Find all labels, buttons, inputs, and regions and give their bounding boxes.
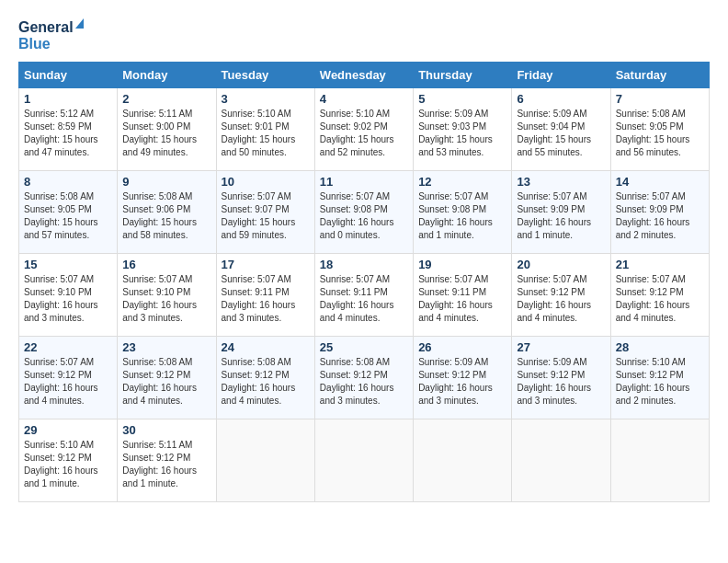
calendar-cell: 20Sunrise: 5:07 AM Sunset: 9:12 PM Dayli… xyxy=(512,254,610,337)
day-number: 3 xyxy=(222,92,310,106)
calendar-cell: 25Sunrise: 5:08 AM Sunset: 9:12 PM Dayli… xyxy=(314,337,413,419)
day-number: 23 xyxy=(122,340,210,354)
calendar-header-saturday: Saturday xyxy=(610,63,709,88)
calendar-week-3: 15Sunrise: 5:07 AM Sunset: 9:10 PM Dayli… xyxy=(19,254,710,337)
calendar-header-row: SundayMondayTuesdayWednesdayThursdayFrid… xyxy=(19,63,710,88)
calendar-header-monday: Monday xyxy=(118,63,216,88)
logo-arrow-icon xyxy=(75,18,84,29)
day-info: Sunrise: 5:08 AM Sunset: 9:12 PM Dayligh… xyxy=(320,356,408,408)
day-info: Sunrise: 5:10 AM Sunset: 9:02 PM Dayligh… xyxy=(320,108,408,159)
day-number: 24 xyxy=(222,340,310,354)
calendar-cell: 11Sunrise: 5:07 AM Sunset: 9:08 PM Dayli… xyxy=(314,171,413,254)
day-number: 7 xyxy=(616,92,704,106)
calendar-cell: 12Sunrise: 5:07 AM Sunset: 9:08 PM Dayli… xyxy=(414,171,512,254)
logo-blue-text: Blue xyxy=(18,36,51,52)
calendar-cell: 6Sunrise: 5:09 AM Sunset: 9:04 PM Daylig… xyxy=(512,88,610,171)
day-info: Sunrise: 5:12 AM Sunset: 8:59 PM Dayligh… xyxy=(24,108,112,159)
day-number: 12 xyxy=(418,175,506,189)
day-number: 26 xyxy=(418,340,506,354)
day-info: Sunrise: 5:08 AM Sunset: 9:12 PM Dayligh… xyxy=(122,356,210,408)
calendar-cell: 29Sunrise: 5:10 AM Sunset: 9:12 PM Dayli… xyxy=(19,419,118,502)
day-info: Sunrise: 5:10 AM Sunset: 9:12 PM Dayligh… xyxy=(616,356,704,408)
day-number: 14 xyxy=(616,175,704,189)
day-number: 18 xyxy=(320,258,408,271)
day-info: Sunrise: 5:07 AM Sunset: 9:08 PM Dayligh… xyxy=(320,190,408,242)
day-number: 2 xyxy=(122,92,210,106)
day-info: Sunrise: 5:07 AM Sunset: 9:07 PM Dayligh… xyxy=(222,190,310,242)
day-number: 22 xyxy=(24,340,112,354)
day-info: Sunrise: 5:07 AM Sunset: 9:11 PM Dayligh… xyxy=(418,273,506,325)
day-info: Sunrise: 5:09 AM Sunset: 9:04 PM Dayligh… xyxy=(517,108,605,159)
day-info: Sunrise: 5:11 AM Sunset: 9:00 PM Dayligh… xyxy=(122,108,210,159)
day-info: Sunrise: 5:10 AM Sunset: 9:12 PM Dayligh… xyxy=(24,439,112,490)
calendar-cell: 5Sunrise: 5:09 AM Sunset: 9:03 PM Daylig… xyxy=(414,88,512,171)
day-number: 8 xyxy=(24,175,112,189)
calendar-cell: 22Sunrise: 5:07 AM Sunset: 9:12 PM Dayli… xyxy=(19,337,118,419)
calendar-cell xyxy=(216,419,314,502)
calendar-cell: 8Sunrise: 5:08 AM Sunset: 9:05 PM Daylig… xyxy=(19,171,118,254)
calendar-header-friday: Friday xyxy=(512,63,610,88)
day-info: Sunrise: 5:07 AM Sunset: 9:10 PM Dayligh… xyxy=(122,273,210,325)
calendar-cell: 24Sunrise: 5:08 AM Sunset: 9:12 PM Dayli… xyxy=(216,337,314,419)
calendar-cell: 9Sunrise: 5:08 AM Sunset: 9:06 PM Daylig… xyxy=(118,171,216,254)
day-number: 10 xyxy=(222,175,310,189)
calendar-cell: 30Sunrise: 5:11 AM Sunset: 9:12 PM Dayli… xyxy=(118,419,216,502)
day-number: 27 xyxy=(517,340,605,354)
day-info: Sunrise: 5:10 AM Sunset: 9:01 PM Dayligh… xyxy=(222,108,310,159)
calendar-cell xyxy=(414,419,512,502)
calendar-cell: 1Sunrise: 5:12 AM Sunset: 8:59 PM Daylig… xyxy=(19,88,118,171)
day-info: Sunrise: 5:07 AM Sunset: 9:12 PM Dayligh… xyxy=(616,273,704,325)
calendar-cell: 7Sunrise: 5:08 AM Sunset: 9:05 PM Daylig… xyxy=(610,88,709,171)
calendar-header-tuesday: Tuesday xyxy=(216,63,314,88)
calendar-header-thursday: Thursday xyxy=(414,63,512,88)
calendar-cell: 28Sunrise: 5:10 AM Sunset: 9:12 PM Dayli… xyxy=(610,337,709,419)
day-number: 9 xyxy=(122,175,210,189)
calendar-cell xyxy=(314,419,413,502)
logo: General Blue xyxy=(18,18,84,52)
day-info: Sunrise: 5:09 AM Sunset: 9:12 PM Dayligh… xyxy=(517,356,605,408)
day-info: Sunrise: 5:07 AM Sunset: 9:11 PM Dayligh… xyxy=(222,273,310,325)
calendar-cell: 23Sunrise: 5:08 AM Sunset: 9:12 PM Dayli… xyxy=(118,337,216,419)
calendar-cell: 19Sunrise: 5:07 AM Sunset: 9:11 PM Dayli… xyxy=(414,254,512,337)
day-info: Sunrise: 5:07 AM Sunset: 9:11 PM Dayligh… xyxy=(320,273,408,325)
calendar-cell: 16Sunrise: 5:07 AM Sunset: 9:10 PM Dayli… xyxy=(118,254,216,337)
calendar-header-sunday: Sunday xyxy=(19,63,118,88)
page-header: General Blue xyxy=(18,18,710,52)
day-number: 19 xyxy=(418,258,506,271)
calendar-cell: 2Sunrise: 5:11 AM Sunset: 9:00 PM Daylig… xyxy=(118,88,216,171)
day-info: Sunrise: 5:08 AM Sunset: 9:12 PM Dayligh… xyxy=(222,356,310,408)
day-number: 15 xyxy=(24,258,112,271)
day-info: Sunrise: 5:09 AM Sunset: 9:12 PM Dayligh… xyxy=(418,356,506,408)
calendar-cell: 4Sunrise: 5:10 AM Sunset: 9:02 PM Daylig… xyxy=(314,88,413,171)
day-number: 11 xyxy=(320,175,408,189)
day-number: 25 xyxy=(320,340,408,354)
calendar-cell xyxy=(610,419,709,502)
day-number: 1 xyxy=(24,92,112,106)
day-info: Sunrise: 5:07 AM Sunset: 9:12 PM Dayligh… xyxy=(24,356,112,408)
calendar-week-5: 29Sunrise: 5:10 AM Sunset: 9:12 PM Dayli… xyxy=(19,419,710,502)
calendar-cell: 15Sunrise: 5:07 AM Sunset: 9:10 PM Dayli… xyxy=(19,254,118,337)
day-number: 21 xyxy=(616,258,704,271)
day-number: 6 xyxy=(517,92,605,106)
day-number: 28 xyxy=(616,340,704,354)
calendar-cell: 17Sunrise: 5:07 AM Sunset: 9:11 PM Dayli… xyxy=(216,254,314,337)
day-info: Sunrise: 5:07 AM Sunset: 9:10 PM Dayligh… xyxy=(24,273,112,325)
day-number: 13 xyxy=(517,175,605,189)
day-info: Sunrise: 5:07 AM Sunset: 9:09 PM Dayligh… xyxy=(517,190,605,242)
logo-general-text: General xyxy=(18,19,74,35)
day-number: 5 xyxy=(418,92,506,106)
day-info: Sunrise: 5:07 AM Sunset: 9:12 PM Dayligh… xyxy=(517,273,605,325)
calendar-cell: 26Sunrise: 5:09 AM Sunset: 9:12 PM Dayli… xyxy=(414,337,512,419)
calendar-cell xyxy=(512,419,610,502)
calendar-cell: 13Sunrise: 5:07 AM Sunset: 9:09 PM Dayli… xyxy=(512,171,610,254)
day-number: 30 xyxy=(122,423,210,437)
day-number: 29 xyxy=(24,423,112,437)
calendar-cell: 3Sunrise: 5:10 AM Sunset: 9:01 PM Daylig… xyxy=(216,88,314,171)
day-info: Sunrise: 5:08 AM Sunset: 9:05 PM Dayligh… xyxy=(616,108,704,159)
calendar-cell: 18Sunrise: 5:07 AM Sunset: 9:11 PM Dayli… xyxy=(314,254,413,337)
day-number: 16 xyxy=(122,258,210,271)
day-number: 4 xyxy=(320,92,408,106)
day-info: Sunrise: 5:07 AM Sunset: 9:08 PM Dayligh… xyxy=(418,190,506,242)
calendar-week-4: 22Sunrise: 5:07 AM Sunset: 9:12 PM Dayli… xyxy=(19,337,710,419)
calendar-week-1: 1Sunrise: 5:12 AM Sunset: 8:59 PM Daylig… xyxy=(19,88,710,171)
